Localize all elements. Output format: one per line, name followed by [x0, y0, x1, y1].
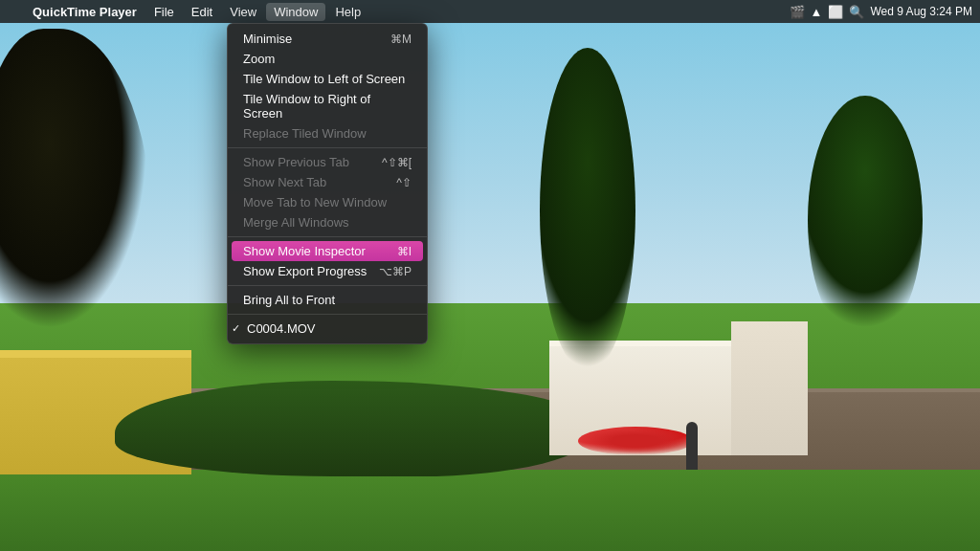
divider-3	[228, 285, 427, 286]
menu-item-bring-all-to-front[interactable]: Bring All to Front	[228, 290, 427, 310]
divider-4	[228, 314, 427, 315]
tree-center	[540, 48, 635, 373]
menubar-right: 🎬 ▲ ⬜ 🔍 Wed 9 Aug 3:24 PM	[790, 5, 972, 19]
menu-item-file-name[interactable]: ✓ C0004.MOV	[228, 319, 427, 339]
menu-item-move-tab: Move Tab to New Window	[228, 192, 427, 212]
view-menu[interactable]: View	[222, 3, 264, 21]
background	[0, 0, 980, 551]
menubar: QuickTime Player File Edit View Window H…	[0, 0, 980, 23]
landscape	[0, 0, 980, 551]
window-menu[interactable]: Window	[266, 3, 325, 21]
help-menu[interactable]: Help	[327, 3, 368, 21]
menubar-left: QuickTime Player File Edit View Window H…	[8, 3, 790, 21]
wifi-icon: ▲	[811, 5, 823, 19]
menu-item-show-next-tab: Show Next Tab ^⇧	[228, 172, 427, 192]
divider-2	[228, 236, 427, 237]
tree-right	[808, 96, 923, 344]
search-icon[interactable]: 🔍	[849, 5, 864, 19]
divider-1	[228, 147, 427, 148]
menu-item-zoom[interactable]: Zoom	[228, 49, 427, 69]
white-building-2	[731, 321, 808, 455]
menu-item-show-prev-tab: Show Previous Tab ^⇧⌘[	[228, 152, 427, 172]
person	[686, 422, 698, 470]
red-flowers	[578, 427, 693, 455]
menu-item-merge-all: Merge All Windows	[228, 212, 427, 232]
battery-icon: ⬜	[828, 5, 843, 19]
menu-item-tile-left[interactable]: Tile Window to Left of Screen	[228, 69, 427, 89]
check-icon: ✓	[232, 322, 240, 335]
menu-item-replace-tiled: Replace Tiled Window	[228, 123, 427, 143]
menu-item-show-export-progress[interactable]: Show Export Progress ⌥⌘P	[228, 261, 427, 281]
window-dropdown: Minimise ⌘M Zoom Tile Window to Left of …	[227, 23, 428, 344]
center-bushes	[115, 381, 593, 476]
grass	[0, 470, 980, 551]
menu-item-minimise[interactable]: Minimise ⌘M	[228, 29, 427, 49]
vlc-icon: 🎬	[790, 5, 805, 19]
menu-item-show-movie-inspector[interactable]: Show Movie Inspector ⌘I	[232, 241, 423, 261]
edit-menu[interactable]: Edit	[184, 3, 220, 21]
clock: Wed 9 Aug 3:24 PM	[870, 5, 972, 18]
app-name-menu[interactable]: QuickTime Player	[25, 3, 145, 21]
file-menu[interactable]: File	[146, 3, 182, 21]
menu-item-tile-right[interactable]: Tile Window to Right of Screen	[228, 89, 427, 123]
apple-menu[interactable]	[8, 10, 23, 13]
